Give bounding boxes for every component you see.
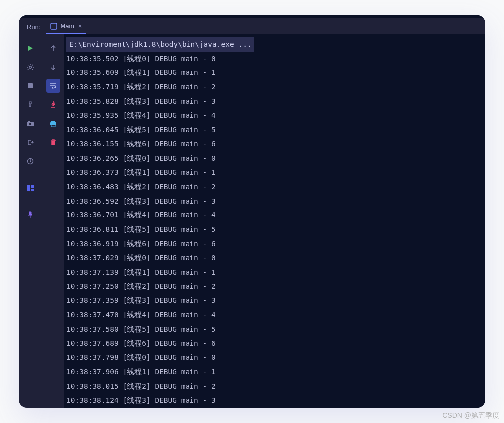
console-line: 10:38:37.798 [线程0] DEBUG main - 0 bbox=[64, 351, 485, 365]
svg-rect-11 bbox=[51, 121, 55, 123]
scroll-end-icon[interactable] bbox=[46, 98, 60, 112]
console-line: 10:38:36.919 [线程6] DEBUG main - 6 bbox=[64, 237, 485, 251]
svg-rect-2 bbox=[28, 83, 33, 88]
console-line: 10:38:37.359 [线程3] DEBUG main - 3 bbox=[64, 293, 485, 308]
close-icon[interactable]: × bbox=[78, 22, 82, 30]
console-line: 10:38:36.373 [线程1] DEBUG main - 1 bbox=[64, 165, 485, 180]
profile-icon[interactable] bbox=[23, 154, 37, 168]
run-toolbar-middle bbox=[42, 34, 64, 408]
svg-point-1 bbox=[29, 66, 32, 69]
code-peek bbox=[19, 15, 485, 18]
exit-icon[interactable] bbox=[23, 136, 37, 149]
settings-icon[interactable] bbox=[23, 60, 37, 74]
console-line: 10:38:36.811 [线程5] DEBUG main - 5 bbox=[64, 222, 485, 237]
console-line: 10:38:36.265 [线程0] DEBUG main - 0 bbox=[64, 151, 485, 166]
console-line: 10:38:37.580 [线程5] DEBUG main - 5 bbox=[64, 322, 485, 337]
run-body: E:\Enviroment\jdk1.8\body\bin\java.exe .… bbox=[19, 34, 485, 408]
tab-label: Main bbox=[60, 22, 74, 30]
svg-point-4 bbox=[29, 123, 31, 125]
console-line: 10:38:37.139 [线程1] DEBUG main - 1 bbox=[64, 265, 485, 280]
camera-icon[interactable] bbox=[23, 117, 37, 131]
console-line: 10:38:35.719 [线程2] DEBUG main - 2 bbox=[64, 80, 485, 94]
console-line: 10:38:35.502 [线程0] DEBUG main - 0 bbox=[64, 52, 485, 66]
console-line: 10:38:36.701 [线程4] DEBUG main - 4 bbox=[64, 208, 485, 222]
console-line: 10:38:37.029 [线程0] DEBUG main - 0 bbox=[64, 251, 485, 265]
console-line: 10:38:35.828 [线程3] DEBUG main - 3 bbox=[64, 94, 485, 109]
svg-rect-0 bbox=[51, 23, 57, 29]
scroll-down-icon[interactable] bbox=[46, 60, 60, 74]
soft-wrap-icon[interactable] bbox=[46, 79, 60, 93]
console-line: 10:38:38.015 [线程2] DEBUG main - 2 bbox=[64, 379, 485, 394]
ide-window: Run: Main × bbox=[19, 15, 485, 408]
svg-rect-9 bbox=[31, 189, 34, 191]
console-line: 10:38:37.689 [线程6] DEBUG main - 6 bbox=[64, 336, 485, 351]
tab-main[interactable]: Main × bbox=[46, 19, 86, 34]
print-icon[interactable] bbox=[46, 117, 60, 131]
svg-rect-12 bbox=[51, 125, 55, 127]
run-label: Run: bbox=[25, 21, 41, 33]
console-line: 10:38:36.483 [线程2] DEBUG main - 2 bbox=[64, 180, 485, 194]
rerun-icon[interactable] bbox=[23, 41, 37, 55]
console-line: 10:38:35.935 [线程4] DEBUG main - 4 bbox=[64, 108, 485, 123]
svg-rect-7 bbox=[27, 185, 30, 191]
console-command: E:\Enviroment\jdk1.8\body\bin\java.exe .… bbox=[66, 37, 254, 52]
svg-rect-8 bbox=[31, 185, 34, 188]
console-output[interactable]: E:\Enviroment\jdk1.8\body\bin\java.exe .… bbox=[64, 34, 485, 408]
run-config-icon bbox=[50, 23, 57, 30]
console-line: 10:38:37.470 [线程4] DEBUG main - 4 bbox=[64, 308, 485, 322]
console-line: 10:38:35.609 [线程1] DEBUG main - 1 bbox=[64, 66, 485, 80]
console-line: 10:38:36.155 [线程6] DEBUG main - 6 bbox=[64, 137, 485, 151]
console-line: 10:38:37.250 [线程2] DEBUG main - 2 bbox=[64, 280, 485, 294]
pin-icon[interactable] bbox=[23, 208, 37, 222]
console-line: 10:38:37.906 [线程1] DEBUG main - 1 bbox=[64, 365, 485, 379]
scroll-up-icon[interactable] bbox=[46, 41, 60, 55]
watermark: CSDN @第五季度 bbox=[442, 411, 499, 420]
svg-rect-5 bbox=[28, 121, 30, 122]
delete-icon[interactable] bbox=[46, 136, 60, 149]
attach-icon[interactable] bbox=[23, 98, 37, 112]
console-line: 10:38:38.124 [线程3] DEBUG main - 3 bbox=[64, 393, 485, 408]
console-line: 10:38:36.592 [线程3] DEBUG main - 3 bbox=[64, 194, 485, 209]
layout-icon[interactable] bbox=[23, 181, 37, 195]
run-toolbar-left bbox=[19, 34, 42, 408]
stop-icon[interactable] bbox=[23, 79, 37, 93]
console-line: 10:38:36.045 [线程5] DEBUG main - 5 bbox=[64, 123, 485, 137]
